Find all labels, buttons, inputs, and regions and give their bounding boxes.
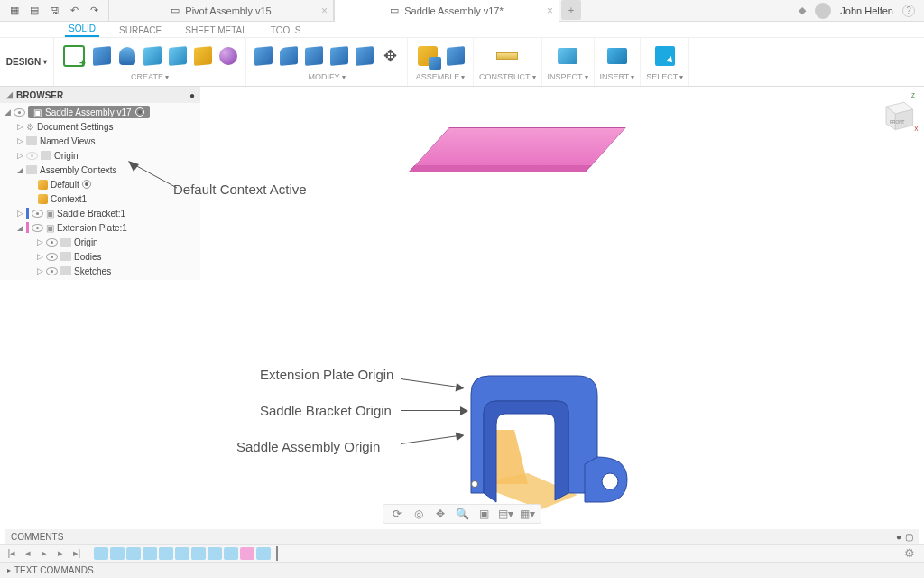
sweep-button[interactable] xyxy=(166,44,189,68)
browser-item-saddle-bracket[interactable]: ▣ Saddle Bracket:1 xyxy=(0,206,200,220)
close-icon[interactable]: × xyxy=(547,5,553,17)
timeline-feature-chip[interactable] xyxy=(191,547,206,560)
tab-sheet-metal[interactable]: SHEET METAL xyxy=(181,23,251,37)
document-tab-pivot-assembly[interactable]: ▭ Pivot Assembly v15 × xyxy=(108,0,334,22)
display-settings-icon[interactable]: ▤▾ xyxy=(497,507,513,521)
help-icon[interactable]: ? xyxy=(902,5,915,17)
visibility-icon[interactable] xyxy=(46,267,58,275)
timeline-feature-chip[interactable] xyxy=(208,547,222,560)
group-label-inspect[interactable]: INSPECT xyxy=(548,72,588,81)
timeline-feature-chip[interactable] xyxy=(175,547,189,560)
expand-icon[interactable] xyxy=(16,122,23,131)
extension-plate-edge[interactable] xyxy=(408,165,591,172)
app-grid-icon[interactable]: ▦ xyxy=(7,4,22,18)
orbit-icon[interactable]: ⟳ xyxy=(389,507,405,521)
timeline-settings-icon[interactable]: ⚙ xyxy=(904,546,915,560)
collapse-icon[interactable] xyxy=(5,90,13,99)
box-button[interactable] xyxy=(90,44,114,68)
workspace-switcher[interactable]: DESIGN▾ xyxy=(0,38,54,86)
visibility-icon[interactable] xyxy=(32,210,43,218)
avatar[interactable] xyxy=(815,3,831,19)
expand-icon[interactable]: ▸ xyxy=(7,566,11,574)
visibility-icon[interactable] xyxy=(26,152,38,160)
extensions-icon[interactable]: ◆ xyxy=(799,5,806,16)
look-at-icon[interactable]: ◎ xyxy=(411,507,427,521)
visibility-icon[interactable] xyxy=(14,108,25,117)
new-component-button[interactable] xyxy=(413,42,442,70)
tab-tools[interactable]: TOOLS xyxy=(267,23,305,37)
timeline-start-button[interactable]: |◂ xyxy=(5,547,18,560)
timeline-feature-chip[interactable] xyxy=(240,547,254,560)
timeline-end-button[interactable]: ▸| xyxy=(70,547,83,560)
file-icon[interactable]: ▤ xyxy=(27,4,42,18)
expand-icon[interactable] xyxy=(16,136,23,145)
expand-icon[interactable]: ▢ xyxy=(905,532,913,542)
pin-icon[interactable]: ● xyxy=(189,90,195,100)
pan-icon[interactable]: ✥ xyxy=(432,507,448,521)
expand-icon[interactable] xyxy=(16,151,23,160)
redo-icon[interactable]: ↷ xyxy=(87,4,101,18)
timeline-next-button[interactable]: ▸ xyxy=(54,547,67,560)
sphere-button[interactable] xyxy=(217,44,240,68)
revolve-button[interactable] xyxy=(141,44,164,68)
zoom-icon[interactable]: 🔍 xyxy=(454,507,470,521)
timeline-prev-button[interactable]: ◂ xyxy=(22,547,34,560)
browser-item-extension-plate[interactable]: ▣ Extension Plate:1 xyxy=(0,220,200,235)
timeline-feature-chip[interactable] xyxy=(126,547,141,560)
expand-icon[interactable] xyxy=(4,107,11,117)
browser-item-named-views[interactable]: Named Views xyxy=(0,134,200,148)
expand-icon[interactable] xyxy=(36,252,43,261)
visibility-icon[interactable] xyxy=(46,253,58,261)
save-icon[interactable]: 🖫 xyxy=(47,4,61,18)
chamfer-button[interactable] xyxy=(302,44,326,68)
group-label-create[interactable]: CREATE xyxy=(131,72,169,81)
browser-root[interactable]: ▣ Saddle Assembly v17 xyxy=(0,105,200,119)
visibility-icon[interactable] xyxy=(32,224,43,232)
close-icon[interactable]: × xyxy=(321,5,328,17)
timeline-feature-chip[interactable] xyxy=(224,547,238,560)
timeline-feature-chip[interactable] xyxy=(256,547,271,560)
tab-solid[interactable]: SOLID xyxy=(65,22,99,37)
browser-item-ep-bodies[interactable]: Bodies xyxy=(0,249,200,264)
combine-button[interactable] xyxy=(353,44,376,68)
group-label-select[interactable]: SELECT xyxy=(646,72,683,81)
inspect-button[interactable] xyxy=(553,42,582,70)
tab-surface[interactable]: SURFACE xyxy=(116,23,165,37)
cylinder-button[interactable] xyxy=(116,44,139,68)
browser-header[interactable]: BROWSER ● xyxy=(0,87,200,103)
expand-icon[interactable] xyxy=(16,223,23,232)
active-context-indicator[interactable] xyxy=(82,180,91,189)
expand-icon[interactable] xyxy=(16,165,23,174)
group-label-modify[interactable]: MODIFY xyxy=(309,72,346,81)
expand-icon[interactable] xyxy=(36,266,43,275)
new-sketch-button[interactable] xyxy=(60,42,88,70)
press-pull-button[interactable] xyxy=(252,44,275,68)
document-tab-saddle-assembly[interactable]: ▭ Saddle Assembly v17* × xyxy=(334,0,559,22)
browser-item-ep-origin[interactable]: Origin xyxy=(0,235,200,249)
viewport[interactable]: BROWSER ● ▣ Saddle Assembly v17 ⚙ Docume… xyxy=(0,87,924,526)
view-cube[interactable]: FRONT Z X xyxy=(875,92,919,135)
comments-bar[interactable]: COMMENTS ● ▢ xyxy=(5,529,919,544)
extension-plate-body[interactable] xyxy=(413,127,626,167)
move-button[interactable]: ✥ xyxy=(378,44,402,68)
browser-item-ctx-context1[interactable]: Context1 xyxy=(0,191,200,206)
joint-button[interactable] xyxy=(444,44,467,68)
undo-icon[interactable]: ↶ xyxy=(67,4,81,18)
expand-icon[interactable] xyxy=(36,238,43,247)
browser-item-doc-settings[interactable]: ⚙ Document Settings xyxy=(0,119,200,134)
loft-button[interactable] xyxy=(191,44,215,68)
timeline-marker[interactable] xyxy=(276,546,278,561)
pin-icon[interactable]: ● xyxy=(896,532,901,542)
grid-settings-icon[interactable]: ▦▾ xyxy=(519,507,535,521)
expand-icon[interactable] xyxy=(16,209,23,218)
fillet-button[interactable] xyxy=(277,44,300,68)
timeline-feature-chip[interactable] xyxy=(143,547,157,560)
browser-item-ep-sketches[interactable]: Sketches xyxy=(0,264,200,278)
fit-icon[interactable]: ▣ xyxy=(476,507,492,521)
shell-button[interactable] xyxy=(328,44,351,68)
select-button[interactable] xyxy=(651,42,679,70)
visibility-icon[interactable] xyxy=(46,238,58,247)
text-commands-bar[interactable]: ▸ TEXT COMMANDS xyxy=(0,562,924,578)
timeline-feature-chip[interactable] xyxy=(94,547,108,560)
group-label-assemble[interactable]: ASSEMBLE xyxy=(416,72,466,81)
